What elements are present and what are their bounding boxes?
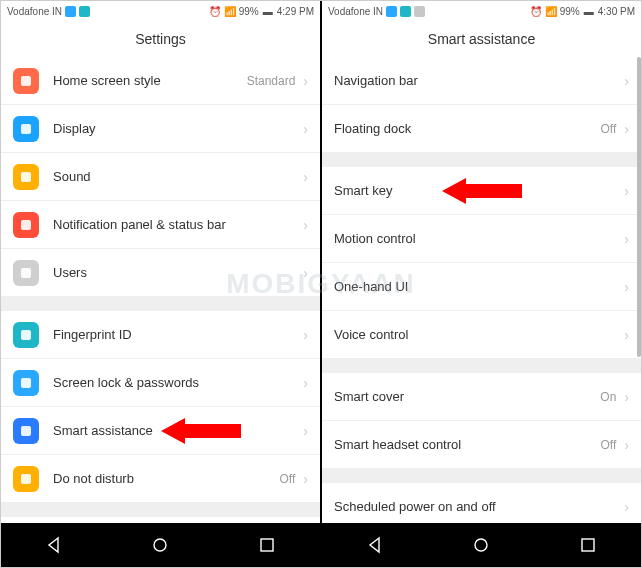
row-smart-key[interactable]: Smart key› [322,167,641,215]
row-label: Smart key [334,183,624,198]
row-floating-dock[interactable]: Floating dockOff› [322,105,641,153]
svg-point-0 [154,539,166,551]
row-icon [13,260,39,286]
row-icon [13,418,39,444]
home-button[interactable] [140,525,180,565]
carrier-label: Vodafone IN [7,6,62,17]
row-label: Navigation bar [334,73,624,88]
row-users[interactable]: Users› [1,249,320,297]
row-label: Users [53,265,303,280]
row-smart-headset-control[interactable]: Smart headset controlOff› [322,421,641,469]
back-button[interactable] [34,525,74,565]
row-voice-control[interactable]: Voice control› [322,311,641,359]
chevron-right-icon: › [303,327,308,343]
chevron-right-icon: › [624,389,629,405]
section-gap [1,503,320,517]
row-label: Sound [53,169,303,184]
recent-button[interactable] [568,525,608,565]
row-value: Off [601,122,617,136]
row-label: Home screen style [53,73,247,88]
row-icon [13,466,39,492]
row-label: Voice control [334,327,624,342]
chevron-right-icon: › [624,121,629,137]
row-icon [13,116,39,142]
settings-list[interactable]: Home screen styleStandard›Display›Sound›… [1,57,320,523]
row-do-not-disturb[interactable]: Do not disturbOff› [1,455,320,503]
chevron-right-icon: › [624,183,629,199]
section-gap [322,153,641,167]
left-screen: Vodafone IN ⏰ 📶 99% ▬ 4:29 PM Settings H… [1,1,320,567]
row-icon [13,164,39,190]
row-label: Smart assistance [53,423,303,438]
chevron-right-icon: › [303,169,308,185]
row-home-screen-style[interactable]: Home screen styleStandard› [1,57,320,105]
row-display[interactable]: Display› [1,105,320,153]
row-label: Floating dock [334,121,601,136]
row-label: Smart headset control [334,437,601,452]
chevron-right-icon: › [624,327,629,343]
row-one-hand-ui[interactable]: One-hand UI› [322,263,641,311]
scrollbar[interactable] [637,57,641,523]
row-screen-lock-passwords[interactable]: Screen lock & passwords› [1,359,320,407]
battery-pct: 99% [560,6,580,17]
chevron-right-icon: › [624,279,629,295]
row-icon [13,322,39,348]
row-label: Scheduled power on and off [334,499,624,514]
clock: 4:29 PM [277,6,314,17]
chevron-right-icon: › [303,265,308,281]
row-smart-assistance[interactable]: Smart assistance› [1,407,320,455]
section-gap [322,359,641,373]
carrier-label: Vodafone IN [328,6,383,17]
chevron-right-icon: › [303,423,308,439]
row-scheduled-power-on-and-off[interactable]: Scheduled power on and off› [322,483,641,523]
row-fingerprint-id[interactable]: Fingerprint ID› [1,311,320,359]
row-value: Off [280,472,296,486]
alarm-icon: ⏰ [209,5,221,17]
row-navigation-bar[interactable]: Navigation bar› [322,57,641,105]
status-icon [400,6,411,17]
chevron-right-icon: › [303,73,308,89]
chevron-right-icon: › [303,217,308,233]
row-icon [13,370,39,396]
navigation-bar [1,523,320,567]
row-value: Standard [247,74,296,88]
chevron-right-icon: › [303,375,308,391]
row-icon [13,68,39,94]
recent-button[interactable] [247,525,287,565]
scrollbar-thumb[interactable] [637,57,641,357]
row-smart-cover[interactable]: Smart coverOn› [322,373,641,421]
row-label: Smart cover [334,389,600,404]
chevron-right-icon: › [624,231,629,247]
row-sound[interactable]: Sound› [1,153,320,201]
row-motion-control[interactable]: Motion control› [322,215,641,263]
battery-icon: ▬ [583,5,595,17]
back-button[interactable] [355,525,395,565]
battery-pct: 99% [239,6,259,17]
status-icon [386,6,397,17]
status-icon [79,6,90,17]
row-notification-panel-status-bar[interactable]: Notification panel & status bar› [1,201,320,249]
row-accounts[interactable]: Accounts› [1,517,320,523]
smart-assistance-list[interactable]: Navigation bar›Floating dockOff›Smart ke… [322,57,641,523]
section-gap [322,469,641,483]
navigation-bar [322,523,641,567]
row-label: Do not disturb [53,471,280,486]
svg-point-2 [475,539,487,551]
signal-icon: 📶 [224,5,236,17]
page-title: Settings [1,21,320,57]
page-title: Smart assistance [322,21,641,57]
status-bar: Vodafone IN ⏰ 📶 99% ▬ 4:29 PM [1,1,320,21]
clock: 4:30 PM [598,6,635,17]
chevron-right-icon: › [624,499,629,515]
section-gap [1,297,320,311]
chevron-right-icon: › [303,471,308,487]
status-icon [65,6,76,17]
svg-rect-1 [261,539,273,551]
status-icon [414,6,425,17]
home-button[interactable] [461,525,501,565]
svg-rect-3 [582,539,594,551]
row-label: Display [53,121,303,136]
row-label: Notification panel & status bar [53,217,303,232]
battery-icon: ▬ [262,5,274,17]
chevron-right-icon: › [624,73,629,89]
